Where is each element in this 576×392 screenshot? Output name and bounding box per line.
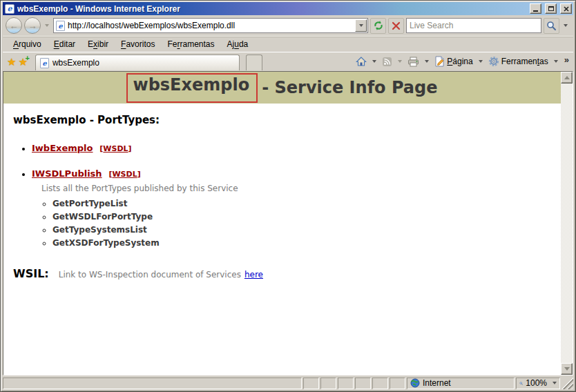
address-input[interactable] [68,19,352,32]
wsil-section: WSIL: Link to WS-Inspection document of … [13,267,561,280]
arrow-up-icon [564,76,570,79]
back-button[interactable]: ← [6,17,22,34]
address-bar: e [53,18,368,33]
porttype-link-iwsdlpublish[interactable]: IWSDLPublish [32,168,102,179]
status-panel [320,378,336,389]
resize-grip[interactable] [561,378,573,389]
tab-bar: ★ ★ e wbsExemplo [3,52,573,71]
wsdl-link-wrap: [WSDL] [108,170,140,179]
arrow-down-icon [564,367,570,371]
method-item: GetTypeSystemsList [52,225,561,235]
menu-favoritos[interactable]: Favoritos [115,37,161,51]
page-menu-label: Página [447,57,472,66]
menu-exibir[interactable]: Exibir [81,37,115,51]
porttypes-list: IwbExemplo [WSDL] IWSDLPublish [WSDL] Li… [13,143,561,248]
page-menu-button[interactable]: Página [432,54,474,69]
scroll-up-button[interactable] [561,72,573,84]
title-bar: e wbsExemplo - Windows Internet Explorer [3,2,573,15]
search-button[interactable] [544,18,559,34]
search-options-dropdown[interactable] [561,24,570,27]
scroll-down-button[interactable] [561,363,573,375]
maximize-icon [548,6,554,11]
browser-viewport: wbsExemplo - Service Info Page wbsExempl… [3,71,573,375]
bracket: ] [137,170,141,179]
tools-menu-dropdown[interactable] [552,60,560,63]
ie-logo-icon: e [5,4,15,14]
stop-button[interactable] [388,18,404,34]
vertical-scrollbar[interactable] [561,72,573,375]
web-page: wbsExemplo - Service Info Page wbsExempl… [3,72,561,375]
close-icon [564,6,569,12]
list-item: IWSDLPublish [WSDL] Lists all the PortTy… [32,168,561,248]
home-icon [356,56,367,67]
wsdl-link-iwbexemplo[interactable]: WSDL [103,144,128,153]
new-tab-stub[interactable] [246,55,262,70]
wsdl-link-wrap: [WSDL] [99,144,131,153]
status-panel [338,378,354,389]
chevron-down-icon [479,60,483,63]
search-icon [546,21,557,31]
refresh-button[interactable] [370,18,386,34]
search-input[interactable] [410,21,538,30]
page-menu-dropdown[interactable] [477,60,485,63]
tools-menu-label: Ferramentas [501,57,548,66]
menu-arquivo[interactable]: Arquivo [7,37,48,51]
wsil-label: WSIL: [13,267,49,280]
chevron-down-icon [564,24,568,27]
method-item: GetXSDForTypeSystem [52,238,561,248]
globe-icon [410,378,420,388]
scrollbar-track[interactable] [561,84,573,363]
print-dropdown[interactable] [423,60,431,63]
maximize-button[interactable] [545,3,557,14]
list-item: IwbExemplo [WSDL] [32,143,561,153]
methods-list: GetPortTypeList GetWSDLForPortType GetTy… [41,199,561,248]
wsil-here-link[interactable]: here [244,270,263,280]
bracket: ] [128,144,132,153]
history-dropdown[interactable] [43,24,51,27]
navigation-bar: ← → e [3,15,573,37]
forward-button[interactable]: → [24,17,41,34]
home-dropdown[interactable] [370,60,378,63]
zoom-level: 100% [526,378,547,388]
status-bar: Internet 100% [3,375,573,389]
menu-editar[interactable]: Editar [48,37,81,51]
add-favorite-button[interactable]: ★ [18,57,27,67]
status-panel [355,378,371,389]
printer-icon [407,57,419,67]
command-bar: Página Ferramentas » [354,54,570,69]
header-rest: - Service Info Page [262,78,437,97]
chevron-down-icon [398,60,402,63]
zoom-panel[interactable]: 100% [516,378,560,389]
minimize-icon [533,10,538,12]
wsil-text: Link to WS-Inspection document of Servic… [59,270,241,280]
menu-ajuda[interactable]: Ajuda [221,37,255,51]
favorites-center-button[interactable]: ★ [7,57,16,67]
toolbar-overflow-button[interactable]: » [561,55,570,69]
close-button[interactable] [560,3,572,14]
zone-label: Internet [423,378,451,388]
rss-feed-icon [382,57,392,67]
method-item: GetPortTypeList [52,199,561,208]
page-header-band: wbsExemplo - Service Info Page [3,72,561,104]
browser-window: e wbsExemplo - Windows Internet Explorer… [0,0,576,392]
home-button[interactable] [354,54,369,69]
print-button[interactable] [405,55,421,69]
window-title: wbsExemplo - Windows Internet Explorer [17,4,526,14]
feeds-button[interactable] [380,55,394,69]
search-box [406,18,541,33]
minimize-button[interactable] [530,3,541,14]
wsdl-link-iwsdlpublish[interactable]: WSDL [112,170,137,179]
porttype-link-iwbexemplo[interactable]: IwbExemplo [32,143,93,153]
chevron-down-icon [554,60,558,63]
zoom-magnifier-icon [519,379,523,388]
feeds-dropdown[interactable] [396,60,404,63]
tab-favicon-icon: e [40,58,49,68]
status-panel [303,378,319,389]
page-favicon-icon: e [56,21,65,31]
address-dropdown-button[interactable] [355,19,367,32]
stop-icon [392,21,401,30]
tools-menu-button[interactable]: Ferramentas [486,54,550,69]
menu-ferramentas[interactable]: Ferramentas [161,37,220,51]
tab-wbsexemplo[interactable]: e wbsExemplo [35,55,240,70]
tab-label: wbsExemplo [52,58,99,68]
